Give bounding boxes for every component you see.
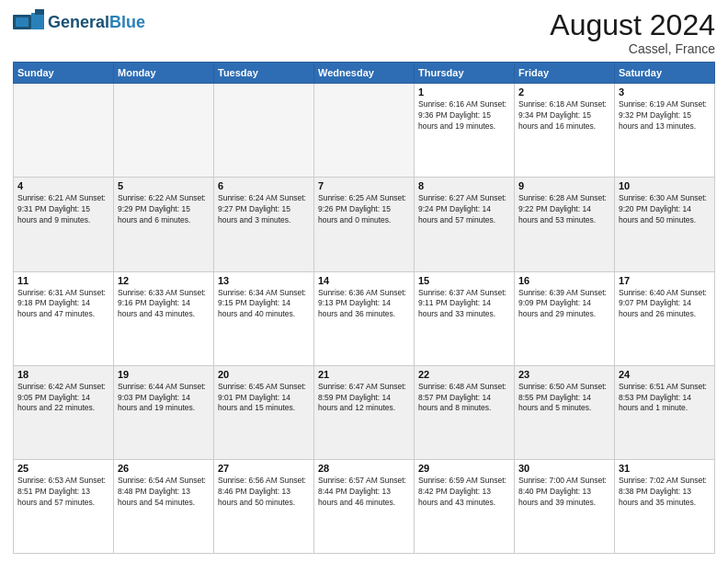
month-title: August 2024 (550, 9, 715, 41)
calendar-cell: 24Sunrise: 6:51 AM Sunset: 8:53 PM Dayli… (615, 365, 715, 459)
cell-info: Sunrise: 6:33 AM Sunset: 9:16 PM Dayligh… (118, 288, 210, 321)
calendar-cell (214, 84, 314, 178)
cell-info: Sunrise: 6:24 AM Sunset: 9:27 PM Dayligh… (218, 193, 310, 226)
day-number: 27 (218, 463, 310, 474)
day-number: 7 (318, 180, 410, 191)
svg-marker-3 (35, 9, 44, 15)
calendar-cell: 2Sunrise: 6:18 AM Sunset: 9:34 PM Daylig… (515, 84, 615, 178)
day-number: 13 (218, 275, 310, 286)
day-number: 31 (619, 463, 711, 474)
day-number: 19 (118, 369, 210, 380)
day-number: 5 (118, 180, 210, 191)
calendar-cell: 6Sunrise: 6:24 AM Sunset: 9:27 PM Daylig… (214, 178, 314, 271)
day-number: 14 (318, 275, 410, 286)
calendar-cell: 17Sunrise: 6:40 AM Sunset: 9:07 PM Dayli… (615, 271, 715, 365)
calendar-cell: 7Sunrise: 6:25 AM Sunset: 9:26 PM Daylig… (314, 178, 415, 271)
calendar-cell: 20Sunrise: 6:45 AM Sunset: 9:01 PM Dayli… (214, 365, 314, 459)
weekday-header-monday: Monday (114, 63, 214, 84)
cell-info: Sunrise: 6:36 AM Sunset: 9:13 PM Dayligh… (318, 288, 410, 321)
day-number: 20 (218, 369, 310, 380)
cell-info: Sunrise: 6:53 AM Sunset: 8:51 PM Dayligh… (17, 476, 109, 509)
calendar-cell (14, 84, 114, 178)
cell-info: Sunrise: 6:59 AM Sunset: 8:42 PM Dayligh… (418, 476, 510, 509)
cell-info: Sunrise: 6:40 AM Sunset: 9:07 PM Dayligh… (619, 288, 711, 321)
cell-info: Sunrise: 6:51 AM Sunset: 8:53 PM Dayligh… (619, 382, 711, 415)
calendar-cell: 30Sunrise: 7:00 AM Sunset: 8:40 PM Dayli… (515, 459, 615, 553)
weekday-header-wednesday: Wednesday (314, 63, 415, 84)
cell-info: Sunrise: 6:22 AM Sunset: 9:29 PM Dayligh… (118, 193, 210, 226)
calendar-cell: 23Sunrise: 6:50 AM Sunset: 8:55 PM Dayli… (515, 365, 615, 459)
svg-rect-1 (16, 17, 28, 27)
calendar-cell: 12Sunrise: 6:33 AM Sunset: 9:16 PM Dayli… (114, 271, 214, 365)
day-number: 6 (218, 180, 310, 191)
cell-info: Sunrise: 6:30 AM Sunset: 9:20 PM Dayligh… (619, 193, 711, 226)
page: GeneralBlue August 2024 Cassel, France S… (0, 0, 728, 563)
cell-info: Sunrise: 6:27 AM Sunset: 9:24 PM Dayligh… (418, 193, 510, 226)
day-number: 4 (17, 180, 109, 191)
day-number: 9 (518, 180, 610, 191)
day-number: 25 (17, 463, 109, 474)
day-number: 3 (619, 86, 711, 98)
calendar-cell: 19Sunrise: 6:44 AM Sunset: 9:03 PM Dayli… (114, 365, 214, 459)
day-number: 17 (619, 275, 711, 286)
calendar-cell: 13Sunrise: 6:34 AM Sunset: 9:15 PM Dayli… (214, 271, 314, 365)
day-number: 10 (619, 180, 711, 191)
day-number: 15 (418, 275, 510, 286)
header: GeneralBlue August 2024 Cassel, France (13, 9, 715, 56)
cell-info: Sunrise: 6:19 AM Sunset: 9:32 PM Dayligh… (619, 99, 711, 132)
calendar-cell: 29Sunrise: 6:59 AM Sunset: 8:42 PM Dayli… (415, 459, 515, 553)
day-number: 26 (118, 463, 210, 474)
day-number: 23 (518, 369, 610, 380)
day-number: 22 (418, 369, 510, 380)
cell-info: Sunrise: 6:21 AM Sunset: 9:31 PM Dayligh… (17, 193, 109, 226)
weekday-header-thursday: Thursday (415, 63, 515, 84)
day-number: 1 (418, 86, 510, 98)
cell-info: Sunrise: 6:56 AM Sunset: 8:46 PM Dayligh… (218, 476, 310, 509)
calendar-cell: 16Sunrise: 6:39 AM Sunset: 9:09 PM Dayli… (515, 271, 615, 365)
calendar-cell: 10Sunrise: 6:30 AM Sunset: 9:20 PM Dayli… (615, 178, 715, 271)
cell-info: Sunrise: 6:31 AM Sunset: 9:18 PM Dayligh… (17, 288, 109, 321)
cell-info: Sunrise: 6:54 AM Sunset: 8:48 PM Dayligh… (118, 476, 210, 509)
logo-name: GeneralBlue (48, 14, 145, 30)
cell-info: Sunrise: 6:44 AM Sunset: 9:03 PM Dayligh… (118, 382, 210, 415)
cell-info: Sunrise: 6:47 AM Sunset: 8:59 PM Dayligh… (318, 382, 410, 415)
calendar-cell: 8Sunrise: 6:27 AM Sunset: 9:24 PM Daylig… (415, 178, 515, 271)
cell-info: Sunrise: 6:18 AM Sunset: 9:34 PM Dayligh… (518, 99, 610, 132)
logo: GeneralBlue (13, 9, 145, 35)
cell-info: Sunrise: 6:25 AM Sunset: 9:26 PM Dayligh… (318, 193, 410, 226)
cell-info: Sunrise: 6:57 AM Sunset: 8:44 PM Dayligh… (318, 476, 410, 509)
day-number: 21 (318, 369, 410, 380)
calendar-cell: 14Sunrise: 6:36 AM Sunset: 9:13 PM Dayli… (314, 271, 415, 365)
cell-info: Sunrise: 6:48 AM Sunset: 8:57 PM Dayligh… (418, 382, 510, 415)
calendar-cell: 27Sunrise: 6:56 AM Sunset: 8:46 PM Dayli… (214, 459, 314, 553)
cell-info: Sunrise: 6:45 AM Sunset: 9:01 PM Dayligh… (218, 382, 310, 415)
calendar-cell: 31Sunrise: 7:02 AM Sunset: 8:38 PM Dayli… (615, 459, 715, 553)
calendar-cell (114, 84, 214, 178)
calendar-cell: 22Sunrise: 6:48 AM Sunset: 8:57 PM Dayli… (415, 365, 515, 459)
calendar-cell: 9Sunrise: 6:28 AM Sunset: 9:22 PM Daylig… (515, 178, 615, 271)
day-number: 2 (518, 86, 610, 98)
calendar-cell: 11Sunrise: 6:31 AM Sunset: 9:18 PM Dayli… (14, 271, 114, 365)
calendar-cell: 15Sunrise: 6:37 AM Sunset: 9:11 PM Dayli… (415, 271, 515, 365)
day-number: 18 (17, 369, 109, 380)
calendar-cell: 28Sunrise: 6:57 AM Sunset: 8:44 PM Dayli… (314, 459, 415, 553)
location: Cassel, France (550, 41, 715, 56)
cell-info: Sunrise: 6:42 AM Sunset: 9:05 PM Dayligh… (17, 382, 109, 415)
cell-info: Sunrise: 7:02 AM Sunset: 8:38 PM Dayligh… (619, 476, 711, 509)
cell-info: Sunrise: 6:39 AM Sunset: 9:09 PM Dayligh… (518, 288, 610, 321)
cell-info: Sunrise: 6:37 AM Sunset: 9:11 PM Dayligh… (418, 288, 510, 321)
cell-info: Sunrise: 6:34 AM Sunset: 9:15 PM Dayligh… (218, 288, 310, 321)
cell-info: Sunrise: 6:28 AM Sunset: 9:22 PM Dayligh… (518, 193, 610, 226)
calendar-cell (314, 84, 415, 178)
weekday-header-tuesday: Tuesday (214, 63, 314, 84)
day-number: 24 (619, 369, 711, 380)
title-block: August 2024 Cassel, France (550, 9, 715, 56)
calendar-cell: 1Sunrise: 6:16 AM Sunset: 9:36 PM Daylig… (415, 84, 515, 178)
calendar-cell: 26Sunrise: 6:54 AM Sunset: 8:48 PM Dayli… (114, 459, 214, 553)
day-number: 11 (17, 275, 109, 286)
calendar-cell: 21Sunrise: 6:47 AM Sunset: 8:59 PM Dayli… (314, 365, 415, 459)
cell-info: Sunrise: 6:50 AM Sunset: 8:55 PM Dayligh… (518, 382, 610, 415)
weekday-header-friday: Friday (515, 63, 615, 84)
day-number: 28 (318, 463, 410, 474)
calendar-table: SundayMondayTuesdayWednesdayThursdayFrid… (13, 62, 715, 554)
